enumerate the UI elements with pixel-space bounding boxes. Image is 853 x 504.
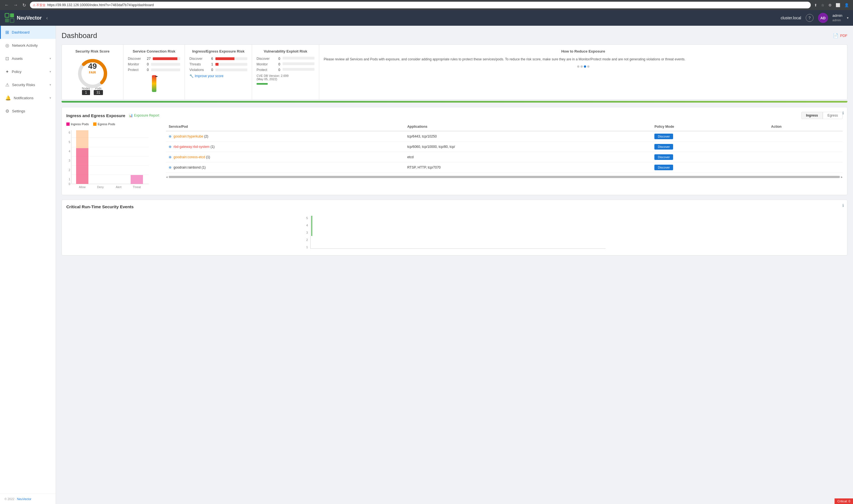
sidebar-item-label: Settings <box>12 109 25 113</box>
info-icon[interactable]: ℹ <box>842 203 844 208</box>
sidebar-toggle-button[interactable]: ‹ <box>46 15 48 21</box>
svg-text:4: 4 <box>69 150 70 153</box>
critical-events-svg: 5 4 3 2 1 <box>66 214 843 250</box>
chevron-down-icon: ▾ <box>50 83 51 87</box>
forward-button[interactable]: → <box>12 2 20 8</box>
scr-monitor-bar <box>151 63 180 66</box>
scr-row-protect: Protect 0 <box>128 68 180 72</box>
ingress-legend-box <box>66 123 70 126</box>
egress-legend-label: Egress Pods <box>98 123 115 126</box>
svg-text:Threat: Threat <box>133 186 141 189</box>
help-button[interactable]: ? <box>806 14 814 22</box>
sidebar-item-settings[interactable]: ⚙ Settings <box>0 105 56 118</box>
egress-legend-box <box>93 123 97 126</box>
ie-threats-bar <box>215 63 247 66</box>
url-bar[interactable]: ⚠ 不安全 https://39.99.132.126:10000/index.… <box>30 2 811 8</box>
nodes-value: 1 <box>82 90 90 95</box>
policy-mode-cell: Discover <box>651 162 768 173</box>
sidebar-item-notifications[interactable]: 🔔 Notifications ▾ <box>0 91 56 105</box>
carousel-dot-4[interactable] <box>587 66 590 68</box>
allow-ingress-bar <box>76 148 88 184</box>
critical-events-section: ℹ Critical Run-Time Security Events 5 4 … <box>62 200 848 255</box>
svg-text:2: 2 <box>69 168 70 172</box>
discover-button[interactable]: Discover <box>655 144 673 149</box>
svg-text:Deny: Deny <box>97 186 104 189</box>
policy-mode-cell: Discover <box>651 152 768 162</box>
svg-text:Allow: Allow <box>79 186 86 189</box>
col-applications: Applications <box>404 123 652 131</box>
page-header: Dashboard 📄 PDF <box>62 31 848 40</box>
app-body: ⊞ Dashboard ◎ Network Activity ⊡ Assets … <box>0 26 853 504</box>
discover-button[interactable]: Discover <box>655 165 673 170</box>
user-avatar[interactable]: AD <box>818 13 828 23</box>
col-service-pod: Service/Pod <box>166 123 404 131</box>
scr-rows: Discover 27 Monitor 0 Prot <box>128 57 180 72</box>
service-cell: ⊕ goodrain:coreos-etcd (1) <box>166 152 404 162</box>
service-count: (1) <box>210 145 214 149</box>
profile-button[interactable]: 👤 <box>843 2 850 8</box>
bookmark-button[interactable]: ☆ <box>820 2 825 8</box>
bar-chart-container: 6 5 4 3 2 1 0 <box>66 128 161 191</box>
sidebar-item-label: Assets <box>12 56 23 61</box>
ingress-toggle-button[interactable]: Ingress <box>801 112 823 119</box>
expand-icon[interactable]: ⊕ <box>169 155 172 159</box>
tab-button[interactable]: ⬜ <box>835 2 841 8</box>
service-link-rbd-gateway[interactable]: rbd-gateway:rbd-system <box>173 145 210 149</box>
share-button[interactable]: ⬆ <box>813 2 818 8</box>
vuln-row-monitor: Monitor 0 <box>257 62 314 66</box>
carousel-dots <box>324 66 843 68</box>
discover-button[interactable]: Discover <box>655 154 673 160</box>
service-link-hyperkube[interactable]: goodrain:hyperkube <box>173 134 203 138</box>
ie-row-discover: Discover 6 <box>189 57 247 61</box>
page-title: Dashboard <box>62 31 97 40</box>
service-link-rainbond[interactable]: goodrain:rainbond <box>173 165 201 169</box>
sidebar-item-dashboard[interactable]: ⊞ Dashboard <box>0 26 56 39</box>
scr-protect-bar <box>151 69 180 71</box>
reduce-exposure-text: Please review all Services and Pods with… <box>324 57 843 62</box>
scr-discover-value: 27 <box>147 57 151 61</box>
discover-button[interactable]: Discover <box>655 133 673 139</box>
critical-badge: Critical: 0 <box>835 499 853 504</box>
app-header: NeuVector ‹ cluster.local ? AD admin adm… <box>0 10 853 26</box>
horizontal-scrollbar[interactable] <box>169 176 840 178</box>
expand-icon[interactable]: ⊕ <box>169 134 172 138</box>
sidebar: ⊞ Dashboard ◎ Network Activity ⊡ Assets … <box>0 26 56 504</box>
sidebar-item-policy[interactable]: ✦ Policy ▾ <box>0 65 56 78</box>
exposure-report-link[interactable]: 📊 Exposure Report <box>129 113 159 118</box>
policy-mode-cell: Discover <box>651 142 768 152</box>
scroll-right-arrow[interactable]: ▸ <box>841 175 843 179</box>
ingress-egress-risk-title: Ingress/Egress Exposure Risk <box>189 49 247 53</box>
expand-icon[interactable]: ⊕ <box>169 145 172 149</box>
scroll-left-arrow[interactable]: ◂ <box>166 175 168 179</box>
reload-button[interactable]: ↻ <box>21 2 28 8</box>
bar-fill <box>153 57 177 60</box>
neuvector-link[interactable]: NeuVector <box>17 497 31 501</box>
browser-nav-buttons: ← → ↻ <box>3 2 28 8</box>
back-button[interactable]: ← <box>3 2 11 8</box>
expand-icon[interactable]: ⊕ <box>169 165 172 169</box>
svg-text:1: 1 <box>69 178 70 181</box>
vuln-discover-label: Discover <box>257 57 276 61</box>
top-cards-row: Security Risk Score 49 FAIR <box>62 44 848 100</box>
sidebar-item-network-activity[interactable]: ◎ Network Activity <box>0 39 56 52</box>
ingress-egress-section: Ingress and Egress Exposure 📊 Exposure R… <box>62 107 848 195</box>
pdf-button[interactable]: 📄 PDF <box>833 33 848 38</box>
info-icon[interactable]: ℹ <box>842 111 844 115</box>
svg-rect-0 <box>5 14 9 17</box>
table-wrapper: Service/Pod Applications Policy Mode Act… <box>166 123 843 173</box>
sidebar-item-security-risks[interactable]: ⚠ Security Risks ▾ <box>0 78 56 91</box>
svg-text:0: 0 <box>69 182 70 186</box>
ie-violations-bar <box>215 69 247 71</box>
carousel-dot-3[interactable] <box>584 66 586 68</box>
extensions-button[interactable]: ⚙ <box>827 2 833 8</box>
action-cell <box>768 131 843 142</box>
ingress-egress-risk-card: Ingress/Egress Exposure Risk Discover 6 … <box>185 45 252 100</box>
improve-score-link[interactable]: 🔧 Improve your score <box>189 74 247 78</box>
user-dropdown-button[interactable]: ▾ <box>847 16 849 20</box>
section-header: Ingress and Egress Exposure 📊 Exposure R… <box>66 112 843 119</box>
sidebar-item-assets[interactable]: ⊡ Assets ▾ <box>0 52 56 65</box>
carousel-dot-2[interactable] <box>580 66 583 68</box>
carousel-dot-1[interactable] <box>577 66 579 68</box>
service-link-coreos-etcd[interactable]: goodrain:coreos-etcd <box>173 155 205 159</box>
egress-toggle-button[interactable]: Egress <box>823 112 843 119</box>
